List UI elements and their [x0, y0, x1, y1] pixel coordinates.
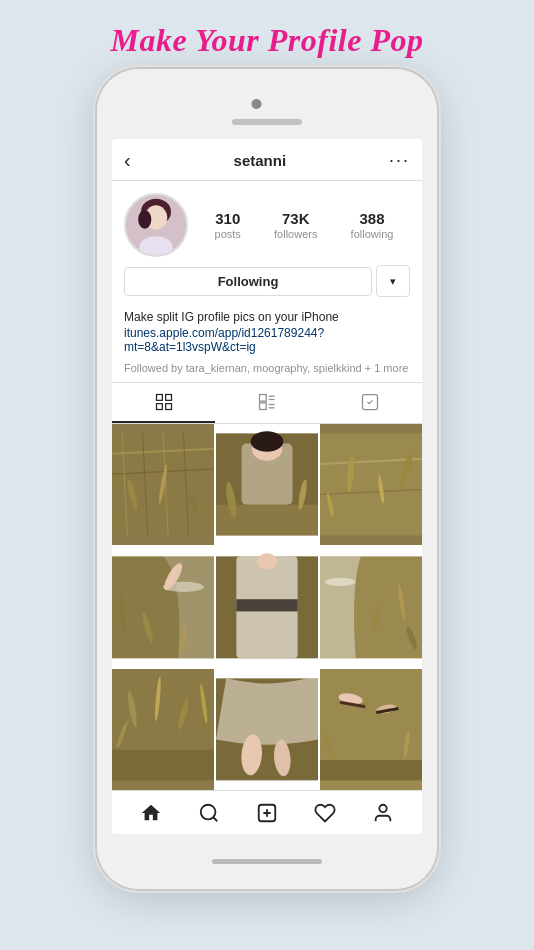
- ig-header: ‹ setanni ···: [112, 139, 422, 181]
- photo-cell-7[interactable]: [112, 669, 214, 790]
- svg-point-49: [257, 553, 277, 569]
- svg-point-29: [251, 431, 284, 451]
- svg-point-73: [201, 804, 216, 819]
- photo-cell-3[interactable]: [320, 424, 422, 545]
- posts-count: 310: [215, 210, 240, 227]
- following-label: following: [351, 228, 394, 240]
- nav-heart[interactable]: [303, 791, 347, 835]
- photo-grid: [112, 424, 422, 790]
- following-button[interactable]: Following: [124, 267, 372, 296]
- photo-cell-9[interactable]: [320, 669, 422, 790]
- follow-dropdown-button[interactable]: ▾: [376, 265, 410, 297]
- phone-bottom: [97, 834, 437, 889]
- stat-followers: 73K followers: [274, 210, 317, 240]
- stat-following: 388 following: [351, 210, 394, 240]
- photo-cell-5[interactable]: [216, 547, 318, 668]
- following-count: 388: [359, 210, 384, 227]
- followers-count: 73K: [282, 210, 310, 227]
- svg-rect-48: [236, 599, 297, 611]
- bottom-nav: [112, 790, 422, 834]
- svg-rect-6: [165, 394, 171, 400]
- phone-shell: ‹ setanni ···: [97, 69, 437, 889]
- svg-rect-33: [320, 433, 422, 535]
- stat-posts: 310 posts: [215, 210, 241, 240]
- photo-cell-2[interactable]: [216, 424, 318, 545]
- tab-list[interactable]: [215, 383, 318, 423]
- followed-by: Followed by tara_kiernan, moography, spi…: [112, 360, 422, 382]
- nav-add[interactable]: [245, 791, 289, 835]
- svg-rect-12: [259, 403, 266, 410]
- profile-tabs: [112, 382, 422, 424]
- phone-camera: [252, 99, 262, 109]
- nav-profile[interactable]: [361, 791, 405, 835]
- page-title: Make Your Profile Pop: [110, 22, 423, 59]
- home-indicator: [212, 859, 322, 864]
- bio-text: Make split IG profile pics on your iPhon…: [124, 309, 410, 326]
- phone-speaker: [232, 119, 302, 125]
- posts-label: posts: [215, 228, 241, 240]
- svg-rect-7: [156, 403, 162, 409]
- follow-button-row: Following ▾: [112, 265, 422, 305]
- svg-rect-9: [259, 394, 266, 401]
- svg-point-51: [325, 577, 356, 585]
- back-button[interactable]: ‹: [124, 149, 131, 172]
- photo-cell-6[interactable]: [320, 547, 422, 668]
- nav-search[interactable]: [187, 791, 231, 835]
- photo-cell-8[interactable]: [216, 669, 318, 790]
- profile-stats: 310 posts 73K followers 388 following: [198, 210, 410, 240]
- bio-link[interactable]: itunes.apple.com/app/id1261789244?mt=8&a…: [124, 326, 410, 354]
- profile-username: setanni: [234, 152, 287, 169]
- svg-rect-5: [156, 394, 162, 400]
- phone-screen: ‹ setanni ···: [112, 139, 422, 834]
- photo-cell-1[interactable]: [112, 424, 214, 545]
- svg-line-74: [213, 817, 217, 821]
- svg-rect-8: [165, 403, 171, 409]
- nav-home[interactable]: [129, 791, 173, 835]
- tab-grid[interactable]: [112, 383, 215, 423]
- svg-rect-61: [112, 750, 214, 781]
- svg-rect-72: [320, 760, 422, 780]
- more-options-button[interactable]: ···: [389, 150, 410, 171]
- bio-section: Make split IG profile pics on your iPhon…: [112, 305, 422, 360]
- phone-top: [97, 69, 437, 139]
- svg-point-3: [138, 210, 151, 229]
- photo-cell-4[interactable]: [112, 547, 214, 668]
- tab-tagged[interactable]: [319, 383, 422, 423]
- svg-point-78: [379, 804, 386, 811]
- avatar: [124, 193, 188, 257]
- profile-info-row: 310 posts 73K followers 388 following: [112, 181, 422, 265]
- followers-label: followers: [274, 228, 317, 240]
